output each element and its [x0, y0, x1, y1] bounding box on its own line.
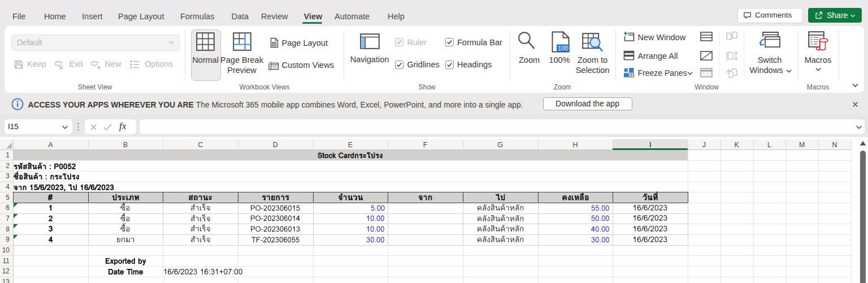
svg-text:100: 100 — [558, 45, 568, 52]
